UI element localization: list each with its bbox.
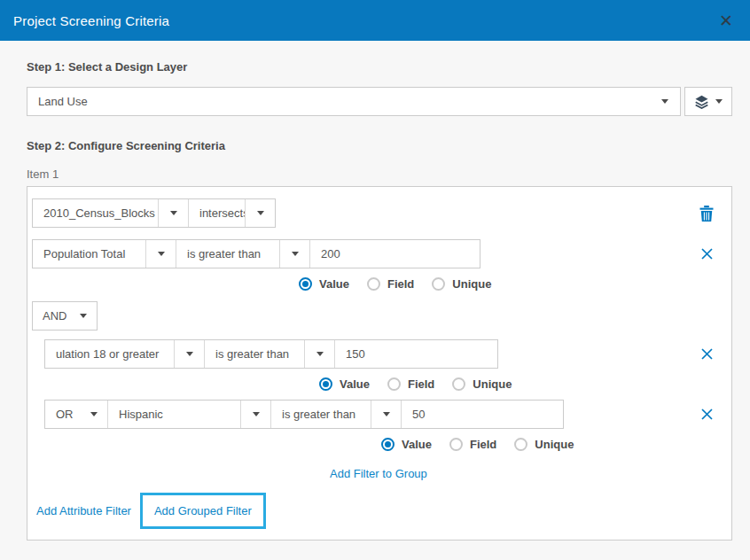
chevron-down-icon: [715, 99, 723, 104]
layer-options-button[interactable]: [684, 87, 732, 116]
filter-controls: Population Total is greater than: [32, 239, 480, 268]
item-layer-row: 2010_Census_Blocks intersects: [32, 198, 727, 228]
value-type-radio-group: Value Field Unique: [319, 377, 727, 391]
delete-item-button[interactable]: [699, 206, 714, 222]
filter-controls: OR Hispanic is greater than: [44, 400, 564, 429]
operator-select[interactable]: is greater than: [270, 401, 371, 428]
field-select[interactable]: Population Total: [33, 240, 145, 268]
layers-icon: [694, 95, 709, 109]
group-join-value: AND: [43, 309, 66, 323]
radio-unique[interactable]: [452, 377, 465, 391]
remove-filter-button[interactable]: [700, 408, 714, 421]
chevron-down-icon[interactable]: [279, 240, 309, 268]
trash-icon: [699, 206, 714, 222]
value-input[interactable]: [334, 340, 497, 368]
radio-field-label: Field: [387, 277, 414, 291]
design-layer-select[interactable]: Land Use: [27, 87, 681, 116]
value-input[interactable]: [309, 240, 480, 268]
value-type-radio-group: Value Field Unique: [299, 276, 727, 291]
close-icon: [700, 347, 714, 361]
radio-value-label: Value: [319, 277, 349, 291]
chevron-down-icon[interactable]: [81, 401, 107, 428]
add-filter-to-group-link[interactable]: Add Filter to Group: [330, 467, 427, 480]
radio-unique[interactable]: [514, 438, 527, 451]
join-select[interactable]: OR: [45, 401, 81, 428]
radio-value[interactable]: [381, 438, 395, 451]
radio-unique-label: Unique: [535, 438, 574, 451]
value-input[interactable]: [401, 401, 563, 428]
radio-value[interactable]: [299, 277, 312, 291]
add-grouped-filter-link[interactable]: Add Grouped Filter: [154, 504, 252, 517]
group-join-select[interactable]: AND: [32, 301, 98, 331]
dialog-body: Step 1: Select a Design Layer Land Use S…: [0, 41, 750, 560]
chevron-down-icon[interactable]: [158, 199, 188, 227]
dialog-title: Project Screening Criteria: [13, 13, 169, 28]
design-layer-row: Land Use: [27, 87, 732, 116]
close-icon: [700, 247, 714, 261]
chevron-down-icon[interactable]: [245, 199, 275, 227]
filter-actions-row: Add Attribute Filter Add Grouped Filter: [32, 493, 727, 529]
operator-select[interactable]: is greater than: [176, 240, 279, 268]
chevron-down-icon: [650, 88, 680, 115]
radio-field[interactable]: [449, 438, 463, 451]
close-icon: [700, 408, 714, 421]
radio-field-label: Field: [470, 438, 496, 451]
radio-unique-label: Unique: [452, 277, 491, 291]
filter-controls: ulation 18 or greater is greater than: [44, 339, 498, 369]
step1-label: Step 1: Select a Design Layer: [27, 60, 732, 74]
item-layer-select[interactable]: 2010_Census_Blocks: [33, 199, 158, 227]
filter-row: Population Total is greater than: [32, 239, 727, 268]
field-select[interactable]: Hispanic: [107, 401, 240, 428]
field-select[interactable]: ulation 18 or greater: [45, 340, 174, 368]
dialog-header: Project Screening Criteria ✕: [0, 0, 750, 41]
radio-field-label: Field: [408, 377, 434, 391]
grouped-filter-row: OR Hispanic is greater than: [44, 400, 727, 429]
radio-value-label: Value: [340, 377, 370, 391]
step2-label: Step 2: Configure Screening Criteria: [27, 139, 732, 152]
close-icon[interactable]: ✕: [715, 11, 737, 31]
chevron-down-icon[interactable]: [304, 340, 334, 368]
value-type-radio-group: Value Field Unique: [381, 437, 727, 451]
radio-unique[interactable]: [432, 277, 445, 291]
radio-value-label: Value: [402, 438, 432, 451]
chevron-down-icon[interactable]: [240, 401, 270, 428]
radio-field[interactable]: [387, 377, 401, 391]
radio-unique-label: Unique: [473, 377, 512, 391]
chevron-down-icon: [80, 314, 87, 318]
group-join-row: AND: [32, 301, 727, 331]
operator-select[interactable]: is greater than: [204, 340, 304, 368]
chevron-down-icon[interactable]: [145, 240, 176, 268]
item-panel: 2010_Census_Blocks intersects: [27, 186, 732, 541]
item-layer-operator-group: 2010_Census_Blocks intersects: [32, 198, 276, 228]
radio-value[interactable]: [319, 377, 332, 391]
radio-field[interactable]: [367, 277, 380, 291]
chevron-down-icon[interactable]: [174, 340, 204, 368]
remove-filter-button[interactable]: [700, 247, 714, 261]
remove-filter-button[interactable]: [700, 347, 714, 361]
add-attribute-filter-link[interactable]: Add Attribute Filter: [36, 504, 131, 517]
grouped-filter-row: ulation 18 or greater is greater than: [44, 339, 727, 369]
spatial-operator-select[interactable]: intersects: [188, 199, 245, 227]
add-grouped-filter-highlight: Add Grouped Filter: [140, 493, 266, 529]
design-layer-value: Land Use: [27, 88, 650, 115]
item-label: Item 1: [27, 167, 732, 181]
chevron-down-icon[interactable]: [371, 401, 401, 428]
